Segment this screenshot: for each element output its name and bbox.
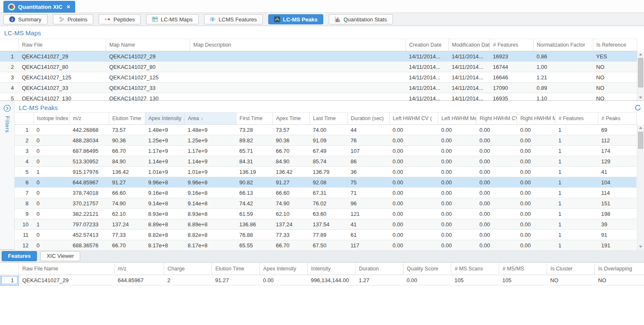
bottom-tab-features[interactable]: Features <box>2 251 37 261</box>
cell: 688.36576 <box>69 240 109 251</box>
table-row[interactable]: 1QEKAC141027_29QEKAC141027_2914/11/2014.… <box>0 51 637 62</box>
cell: 452.57413 <box>69 230 109 240</box>
cell: 8.82e+8 <box>145 230 184 240</box>
scroll-up-icon[interactable] <box>637 125 644 131</box>
table-row[interactable]: 40513.3095284.901.14e+91.14e+984.3184.90… <box>15 156 636 167</box>
table-row[interactable]: 70378.7401866.609.16e+89.16e+866.1366.60… <box>15 188 636 198</box>
column-header-isotope-index[interactable]: Isotope Index <box>33 113 69 125</box>
table-row[interactable]: 5QEKAC141027_130QEKAC141027_13014/11/201… <box>0 93 637 101</box>
column-header-label: Left HWHM Mea <box>442 115 476 121</box>
column-header-peaks[interactable]: # Peaks <box>598 113 636 125</box>
column-header-is-reference[interactable]: Is Reference <box>593 39 637 51</box>
column-header-is-cluster[interactable]: Is Cluster <box>547 263 595 275</box>
cell: 1 <box>555 219 598 230</box>
cell: 0.00 <box>517 156 555 167</box>
column-header-label: Is Overlapping <box>598 266 632 272</box>
column-header-map-name[interactable]: Map Name <box>106 39 190 51</box>
column-header-charge[interactable]: Charge <box>164 263 212 275</box>
column-header-area[interactable]: Area↓ <box>184 113 236 125</box>
column-header-raw-file[interactable]: Raw File <box>18 39 106 51</box>
peaks-main-area: LC-MS Peaks Isotope Indexm/ <box>15 101 644 249</box>
scroll-up-icon[interactable] <box>637 51 644 58</box>
toolbar-button-lcms-features[interactable]: LCMS Features <box>204 14 263 24</box>
column-header-raw-file-name[interactable]: Raw File Name <box>19 263 115 275</box>
table-row[interactable]: 10442.2686873.571.48e+91.48e+973.2873.57… <box>15 125 636 135</box>
toolbar-button-quantitation-stats[interactable]: Quantitation Stats <box>329 14 393 24</box>
toolbar-button-lc-ms-maps[interactable]: LC-MS Maps <box>146 14 199 24</box>
column-header-m-z[interactable]: m/z <box>115 263 164 275</box>
column-header-last-time[interactable]: Last Time <box>309 113 347 125</box>
scroll-down-icon[interactable] <box>637 244 644 250</box>
peaks-icon <box>274 16 280 22</box>
cell: 191 <box>598 240 636 251</box>
column-header-modification-dat[interactable]: Modification Dat <box>448 39 490 51</box>
cell: 0.00 <box>517 135 555 146</box>
table-row[interactable]: 20488.2803490.361.25e+91.25e+989.8290.36… <box>15 135 636 146</box>
row-number-cell: 4 <box>0 83 18 93</box>
refresh-icon[interactable] <box>634 104 641 112</box>
toolbar-button-lc-ms-peaks[interactable]: LC-MS Peaks <box>268 14 323 24</box>
table-row[interactable]: 1QEKAC141027_29644.85967291.270.00996,13… <box>0 275 644 286</box>
column-header-apex-intensity[interactable]: Apex Intensity <box>260 263 308 275</box>
toolbar-button-proteins[interactable]: Proteins <box>53 14 94 24</box>
column-header-quality-score[interactable]: Quality Score <box>403 263 451 275</box>
column-header-left-hwhm-mea[interactable]: Left HWHM Mea <box>438 113 476 125</box>
scrollbar-thumb[interactable] <box>638 132 643 149</box>
bottom-tabstrip: FeaturesXIC Viewer <box>0 250 644 262</box>
column-header-right-hwhm-cv[interactable]: Right HWHM CV <box>476 113 517 125</box>
table-row[interactable]: 120688.3657666.708.17e+88.17e+865.5566.7… <box>15 240 636 251</box>
bottom-tab-xic-viewer[interactable]: XIC Viewer <box>40 251 80 261</box>
cell: 0.00 <box>438 230 476 240</box>
scroll-down-icon[interactable] <box>637 94 644 101</box>
column-header-creation-date[interactable]: Creation Date <box>406 39 448 51</box>
table-row[interactable]: 90382.2212162.108.93e+88.93e+861.5962.10… <box>15 209 636 219</box>
column-header-right-hwhm-me[interactable]: Right HWHM Me <box>517 113 555 125</box>
table-row[interactable]: 3QEKAC141027_125QEKAC141027_12514/11/201… <box>0 72 637 83</box>
column-header-map-description[interactable]: Map Description <box>190 39 406 51</box>
column-header-left-hwhm-cv[interactable]: Left HWHM CV ( <box>389 113 438 125</box>
cell: 0.00 <box>403 275 451 286</box>
filters-sidebar[interactable]: Filters <box>0 101 15 249</box>
cell: 9.16e+8 <box>145 188 184 198</box>
chevron-right-circle-icon[interactable] <box>3 105 11 112</box>
column-header-is-overlapping[interactable]: Is Overlapping <box>595 263 644 275</box>
scrollbar-thumb[interactable] <box>638 58 643 87</box>
table-row[interactable]: 2QEKAC141027_80QEKAC141027_8014/11/2014.… <box>0 62 637 72</box>
maps-vertical-scrollbar[interactable] <box>637 51 644 101</box>
column-header-normalization-factor[interactable]: Normalization Factor <box>533 39 593 51</box>
column-header-duration-sec[interactable]: Duration (sec) <box>347 113 389 125</box>
table-row[interactable]: 80370.2175774.909.14e+89.14e+874.4274.90… <box>15 198 636 209</box>
column-header-apex-time[interactable]: Apex Time <box>272 113 309 125</box>
column-header-intensity[interactable]: Intensity <box>308 263 356 275</box>
table-row[interactable]: 101797.07233137.248.89e+88.89e+8136.8613… <box>15 219 636 230</box>
column-header-label: Apex Time <box>276 115 301 121</box>
column-header-m-z[interactable]: m/z <box>69 113 109 125</box>
column-header-elution-time[interactable]: Elution Time <box>212 263 260 275</box>
column-header-ms-scans[interactable]: # MS Scans <box>451 263 499 275</box>
table-row[interactable]: 51915.17976136.421.01e+91.01e+9136.19136… <box>15 167 636 177</box>
toolbar-button-summary[interactable]: iSummary <box>3 14 47 24</box>
peaks-vertical-scrollbar[interactable] <box>637 125 644 250</box>
lcms-peaks-panel: Filters LC-MS Peaks <box>0 101 644 250</box>
toolbar-button-peptides[interactable]: Peptides <box>99 14 141 24</box>
column-header-first-time[interactable]: First Time <box>236 113 272 125</box>
column-header-duration[interactable]: Duration <box>356 263 403 275</box>
tab-quantitation-xic[interactable]: Quantitation XIC × <box>3 1 75 13</box>
close-icon[interactable]: × <box>67 4 70 10</box>
column-header-features[interactable]: # Features <box>490 39 533 51</box>
cell: 0.00 <box>438 167 476 177</box>
table-row[interactable]: 4QEKAC141027_33QEKAC141027_3314/11/2014.… <box>0 83 637 93</box>
cell: 1.17e+9 <box>184 146 236 156</box>
table-row[interactable]: 30687.8649566.701.17e+91.17e+965.7166.70… <box>15 146 636 156</box>
column-header-apex-intensity[interactable]: Apex Intensity↓ <box>145 113 184 125</box>
cell: 1 <box>555 240 598 251</box>
table-row[interactable]: 110452.5741377.338.82e+88.82e+876.8877.3… <box>15 230 636 240</box>
column-header-elution-time[interactable]: Elution Time <box>109 113 145 125</box>
cell: 9.14e+8 <box>184 198 236 209</box>
column-header-features[interactable]: # Features <box>555 113 598 125</box>
column-header-ms-ms[interactable]: # MS/MS <box>499 263 547 275</box>
column-header-label: Creation Date <box>409 42 442 48</box>
table-row[interactable]: 60644.8596791.279.96e+89.96e+890.8291.27… <box>15 177 636 188</box>
cell: 0.00 <box>438 146 476 156</box>
cell: QEKAC141027_130 <box>18 93 106 101</box>
